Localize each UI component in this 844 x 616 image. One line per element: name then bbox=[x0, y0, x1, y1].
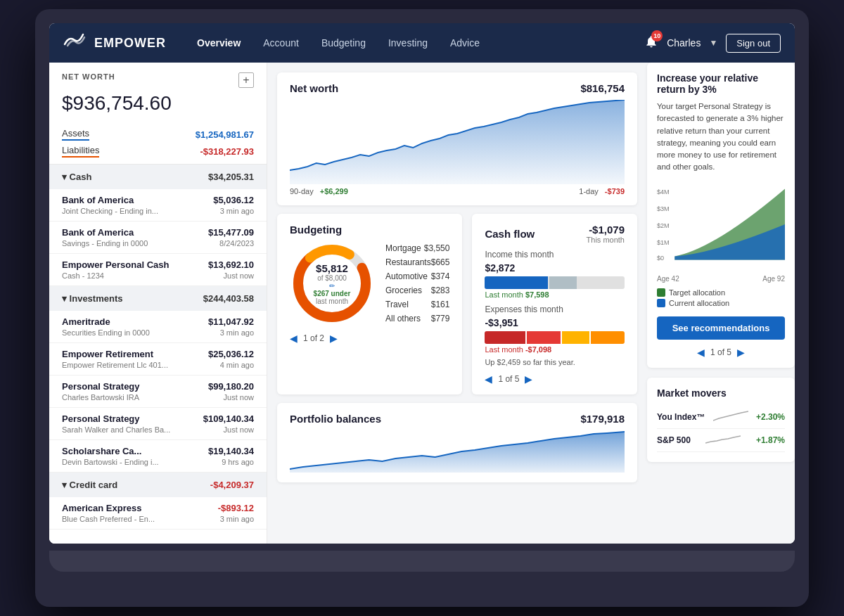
cash-section-total: $34,205.31 bbox=[208, 172, 254, 182]
logo[interactable]: EMPOWER bbox=[63, 33, 166, 53]
market-movers-panel: Market movers You Index™ +2.30% S&P 500 bbox=[647, 378, 795, 462]
list-item[interactable]: Personal Strategy $99,180.20 Charles Bar… bbox=[49, 376, 267, 408]
list-item[interactable]: Bank of America $5,036.12 Joint Checking… bbox=[49, 189, 267, 222]
chart-legend: Target allocation Current allocation bbox=[657, 288, 785, 307]
legend-target: Target allocation bbox=[657, 288, 785, 297]
income-value: $2,872 bbox=[485, 262, 625, 274]
budget-item: Mortgage $3,550 bbox=[385, 241, 449, 255]
account-time: Just now bbox=[224, 425, 254, 434]
portfolio-panel: Portfolio balances $179,918 bbox=[277, 403, 637, 482]
net-worth-label: NET WORTH bbox=[62, 72, 115, 81]
nav-overview[interactable]: Overview bbox=[187, 32, 250, 54]
notification-bell[interactable]: 10 bbox=[644, 34, 658, 52]
increase-page-indicator: 1 of 5 bbox=[710, 347, 731, 357]
account-sub: Empower Retirement Llc 401... bbox=[62, 361, 168, 369]
cashflow-header: Cash flow -$1,079 This month bbox=[485, 224, 625, 244]
budget-value: $283 bbox=[431, 285, 450, 295]
chart-1d-label: 1-day bbox=[579, 187, 599, 195]
account-time: 9 hrs ago bbox=[222, 458, 254, 466]
net-worth-panel-title: Net worth bbox=[290, 82, 338, 94]
account-time: 3 min ago bbox=[220, 515, 254, 523]
account-sub: Securities Ending in 0000 bbox=[62, 328, 150, 337]
prev-page-button[interactable]: ◀ bbox=[290, 333, 298, 344]
cashflow-panel: Cash flow -$1,079 This month Income this… bbox=[472, 214, 637, 394]
nav-account[interactable]: Account bbox=[253, 32, 309, 54]
budgeting-header: Budgeting bbox=[290, 224, 449, 236]
list-item[interactable]: Personal Strategy $109,140.34 Sarah Walk… bbox=[49, 408, 267, 440]
next-page-button[interactable]: ▶ bbox=[330, 333, 338, 344]
signout-button[interactable]: Sign out bbox=[726, 34, 781, 53]
cashflow-period: This month bbox=[587, 236, 625, 244]
account-name: Bank of America bbox=[62, 227, 134, 238]
list-item[interactable]: Scholarshare Ca... $19,140.34 Devin Bart… bbox=[49, 440, 267, 473]
account-name: Empower Personal Cash bbox=[62, 259, 169, 270]
add-account-button[interactable]: + bbox=[238, 72, 254, 88]
account-value: -$893.12 bbox=[218, 503, 254, 513]
market-row: S&P 500 +1.87% bbox=[657, 429, 785, 452]
assets-label: Assets bbox=[62, 128, 89, 141]
budget-value: $161 bbox=[431, 300, 450, 309]
credit-section-total: -$4,209.37 bbox=[210, 480, 254, 490]
net-worth-rows: Assets $1,254,981.67 Liabilities -$318,2… bbox=[49, 122, 267, 165]
income-section: Income this month $2,872 Last month $ bbox=[485, 250, 625, 299]
list-item[interactable]: Ameritrade $11,047.92 Securities Ending … bbox=[49, 311, 267, 343]
portfolio-value: $179,918 bbox=[580, 413, 625, 425]
budget-item: Travel $161 bbox=[385, 297, 449, 312]
user-menu[interactable]: Charles bbox=[667, 37, 701, 49]
assets-row: Assets $1,254,981.67 bbox=[62, 126, 254, 143]
cash-section-header[interactable]: ▾ Cash $34,205.31 bbox=[49, 165, 267, 189]
list-item[interactable]: Empower Retirement $25,036.12 Empower Re… bbox=[49, 343, 267, 376]
budget-value: $3,550 bbox=[424, 243, 450, 253]
nav-advice[interactable]: Advice bbox=[440, 32, 490, 54]
list-item[interactable]: Empower Personal Cash $13,692.10 Cash - … bbox=[49, 254, 267, 286]
increase-next-button[interactable]: ▶ bbox=[737, 347, 745, 358]
age-start-label: Age 42 bbox=[657, 275, 679, 283]
market-row: You Index™ +2.30% bbox=[657, 406, 785, 429]
investments-section-total: $244,403.58 bbox=[203, 293, 254, 304]
market-sparkline bbox=[705, 433, 741, 447]
investments-section-header[interactable]: ▾ Investments $244,403.58 bbox=[49, 286, 267, 311]
market-movers-title: Market movers bbox=[657, 387, 785, 399]
budgeting-pagination: ◀ 1 of 2 ▶ bbox=[290, 333, 449, 344]
account-sub: Sarah Walker and Charles Ba... bbox=[62, 425, 170, 434]
list-item[interactable]: American Express -$893.12 Blue Cash Pref… bbox=[49, 497, 267, 530]
account-time: 4 min ago bbox=[220, 361, 254, 369]
budget-label: Automotive bbox=[385, 271, 428, 281]
donut-edit-icon[interactable]: ✏ bbox=[314, 282, 351, 290]
nav-budgeting[interactable]: Budgeting bbox=[312, 32, 376, 54]
chart-90d-value: +$6,299 bbox=[320, 187, 348, 195]
increase-prev-button[interactable]: ◀ bbox=[697, 347, 705, 358]
account-name: Scholarshare Ca... bbox=[62, 446, 141, 456]
nav-investing[interactable]: Investing bbox=[378, 32, 437, 54]
account-name: Bank of America bbox=[62, 195, 134, 205]
legend-current: Current allocation bbox=[657, 299, 785, 307]
see-recommendations-button[interactable]: See recommendations bbox=[657, 316, 785, 340]
investments-section-label: ▾ Investments bbox=[62, 293, 122, 304]
target-label: Target allocation bbox=[669, 288, 725, 297]
logo-text: EMPOWER bbox=[94, 36, 166, 51]
donut-chart: $5,812 of $8,000 ✏ $267 under last month bbox=[290, 241, 374, 326]
increase-panel: Increase your relative return by 3% Your… bbox=[647, 63, 795, 368]
account-name: Ameritrade bbox=[62, 316, 110, 327]
cf-prev-button[interactable]: ◀ bbox=[485, 373, 492, 385]
income-last-month: Last month $7,598 bbox=[485, 290, 625, 299]
portfolio-header: Portfolio balances $179,918 bbox=[290, 413, 625, 425]
cashflow-pagination: ◀ 1 of 5 ▶ bbox=[485, 373, 625, 385]
expense-bar bbox=[485, 331, 625, 344]
budgeting-title: Budgeting bbox=[290, 224, 342, 236]
cashflow-value: -$1,079 bbox=[587, 224, 625, 236]
net-worth-panel-value: $816,754 bbox=[580, 82, 625, 94]
budget-item: Groceries $283 bbox=[385, 283, 449, 297]
logo-icon bbox=[63, 33, 89, 53]
increase-title: Increase your relative return by 3% bbox=[657, 72, 785, 95]
svg-text:$0: $0 bbox=[657, 254, 664, 261]
portfolio-title: Portfolio balances bbox=[290, 413, 381, 425]
list-item[interactable]: Bank of America $15,477.09 Savings - End… bbox=[49, 222, 267, 254]
nav-right: 10 Charles ▼ Sign out bbox=[644, 34, 781, 53]
cf-next-button[interactable]: ▶ bbox=[525, 373, 532, 385]
budget-value: $665 bbox=[431, 257, 450, 267]
donut-period: last month bbox=[314, 297, 351, 305]
credit-section-header[interactable]: ▾ Credit card -$4,209.37 bbox=[49, 473, 267, 497]
account-value: $25,036.12 bbox=[208, 349, 254, 359]
budget-label: All others bbox=[385, 314, 421, 323]
